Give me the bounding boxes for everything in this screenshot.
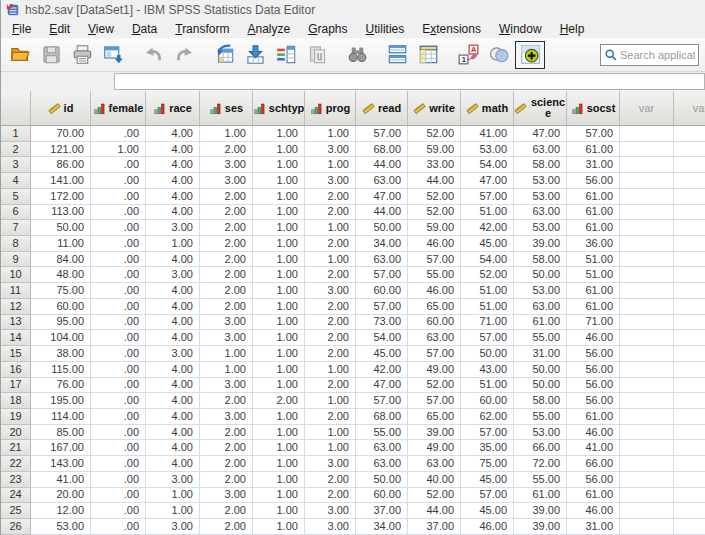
- cell-female[interactable]: .00: [91, 393, 146, 409]
- cell-socst[interactable]: 61.00: [567, 299, 620, 315]
- cell-science[interactable]: 53.00: [514, 283, 567, 299]
- cell-id[interactable]: 86.00: [31, 157, 91, 173]
- cell-empty[interactable]: [620, 440, 674, 456]
- cell-race[interactable]: 4.00: [146, 173, 200, 189]
- cell-female[interactable]: .00: [91, 425, 146, 441]
- cell-empty[interactable]: [620, 488, 674, 504]
- cell-schtyp[interactable]: 1.00: [253, 157, 305, 173]
- row-number[interactable]: 10: [1, 267, 31, 283]
- cell-science[interactable]: 50.00: [514, 362, 567, 378]
- cell-empty[interactable]: [620, 267, 674, 283]
- cell-ses[interactable]: 3.00: [200, 409, 253, 425]
- cell-female[interactable]: .00: [91, 346, 146, 362]
- cell-race[interactable]: 4.00: [146, 456, 200, 472]
- cell-id[interactable]: 70.00: [31, 126, 91, 142]
- cell-ses[interactable]: 2.00: [200, 456, 253, 472]
- menu-utilities[interactable]: Utilities: [357, 21, 414, 37]
- cell-socst[interactable]: 56.00: [567, 378, 620, 394]
- cell-empty[interactable]: [620, 142, 674, 158]
- cell-schtyp[interactable]: 1.00: [253, 456, 305, 472]
- cell-prog[interactable]: 3.00: [305, 142, 356, 158]
- cell-female[interactable]: .00: [91, 283, 146, 299]
- cell-prog[interactable]: 1.00: [305, 393, 356, 409]
- cell-science[interactable]: 58.00: [514, 393, 567, 409]
- row-number[interactable]: 14: [1, 330, 31, 346]
- cell-empty[interactable]: [674, 189, 705, 205]
- cell-science[interactable]: 31.00: [514, 346, 567, 362]
- cell-id[interactable]: 50.00: [31, 220, 91, 236]
- cell-read[interactable]: 47.00: [356, 378, 408, 394]
- cell-prog[interactable]: 2.00: [305, 378, 356, 394]
- cell-math[interactable]: 54.00: [461, 252, 514, 268]
- cell-id[interactable]: 76.00: [31, 378, 91, 394]
- cell-ses[interactable]: 2.00: [200, 393, 253, 409]
- weight-cases-button[interactable]: [413, 41, 443, 69]
- cell-schtyp[interactable]: 1.00: [253, 503, 305, 519]
- cell-read[interactable]: 63.00: [356, 440, 408, 456]
- cell-write[interactable]: 40.00: [408, 472, 461, 488]
- cell-schtyp[interactable]: 1.00: [253, 315, 305, 331]
- cell-id[interactable]: 20.00: [31, 488, 91, 504]
- row-number[interactable]: 5: [1, 189, 31, 205]
- cell-empty[interactable]: [620, 456, 674, 472]
- row-number[interactable]: 22: [1, 456, 31, 472]
- application-search[interactable]: [600, 44, 699, 66]
- cell-write[interactable]: 44.00: [408, 173, 461, 189]
- print-button[interactable]: [67, 41, 97, 69]
- cell-ses[interactable]: 1.00: [200, 126, 253, 142]
- customize-button[interactable]: [515, 41, 545, 69]
- cell-id[interactable]: 48.00: [31, 267, 91, 283]
- cell-ses[interactable]: 2.00: [200, 189, 253, 205]
- cell-race[interactable]: 4.00: [146, 362, 200, 378]
- cell-science[interactable]: 55.00: [514, 330, 567, 346]
- cell-read[interactable]: 60.00: [356, 283, 408, 299]
- row-number[interactable]: 4: [1, 173, 31, 189]
- cell-empty[interactable]: [674, 173, 705, 189]
- cell-race[interactable]: 3.00: [146, 220, 200, 236]
- cell-read[interactable]: 73.00: [356, 315, 408, 331]
- cell-empty[interactable]: [620, 362, 674, 378]
- cell-read[interactable]: 57.00: [356, 393, 408, 409]
- cell-race[interactable]: 4.00: [146, 189, 200, 205]
- cell-race[interactable]: 4.00: [146, 299, 200, 315]
- cell-schtyp[interactable]: 1.00: [253, 378, 305, 394]
- cell-female[interactable]: 1.00: [91, 142, 146, 158]
- row-number[interactable]: 6: [1, 205, 31, 221]
- recall-dialogs-button[interactable]: [98, 41, 128, 69]
- cell-id[interactable]: 11.00: [31, 236, 91, 252]
- cell-science[interactable]: 63.00: [514, 142, 567, 158]
- cell-empty[interactable]: [674, 157, 705, 173]
- cell-female[interactable]: .00: [91, 315, 146, 331]
- cell-socst[interactable]: 46.00: [567, 425, 620, 441]
- cell-empty[interactable]: [674, 299, 705, 315]
- cell-write[interactable]: 60.00: [408, 315, 461, 331]
- cell-math[interactable]: 60.00: [461, 393, 514, 409]
- cell-science[interactable]: 55.00: [514, 472, 567, 488]
- cell-math[interactable]: 45.00: [461, 503, 514, 519]
- cell-empty[interactable]: [674, 425, 705, 441]
- cell-female[interactable]: .00: [91, 503, 146, 519]
- cell-math[interactable]: 42.00: [461, 220, 514, 236]
- row-number[interactable]: 16: [1, 362, 31, 378]
- cell-write[interactable]: 65.00: [408, 409, 461, 425]
- row-number[interactable]: 25: [1, 503, 31, 519]
- cell-race[interactable]: 1.00: [146, 236, 200, 252]
- cell-prog[interactable]: 1.00: [305, 220, 356, 236]
- cell-race[interactable]: 4.00: [146, 393, 200, 409]
- cell-read[interactable]: 57.00: [356, 267, 408, 283]
- cell-prog[interactable]: 2.00: [305, 236, 356, 252]
- cell-id[interactable]: 172.00: [31, 189, 91, 205]
- cell-math[interactable]: 57.00: [461, 189, 514, 205]
- row-number[interactable]: 3: [1, 157, 31, 173]
- row-number[interactable]: 20: [1, 425, 31, 441]
- cell-empty[interactable]: [674, 252, 705, 268]
- row-number[interactable]: 12: [1, 299, 31, 315]
- cell-race[interactable]: 4.00: [146, 252, 200, 268]
- cell-race[interactable]: 4.00: [146, 315, 200, 331]
- cell-science[interactable]: 61.00: [514, 315, 567, 331]
- cell-write[interactable]: 59.00: [408, 142, 461, 158]
- column-header-female[interactable]: female: [91, 91, 146, 126]
- cell-read[interactable]: 50.00: [356, 220, 408, 236]
- cell-prog[interactable]: 2.00: [305, 205, 356, 221]
- cell-schtyp[interactable]: 1.00: [253, 126, 305, 142]
